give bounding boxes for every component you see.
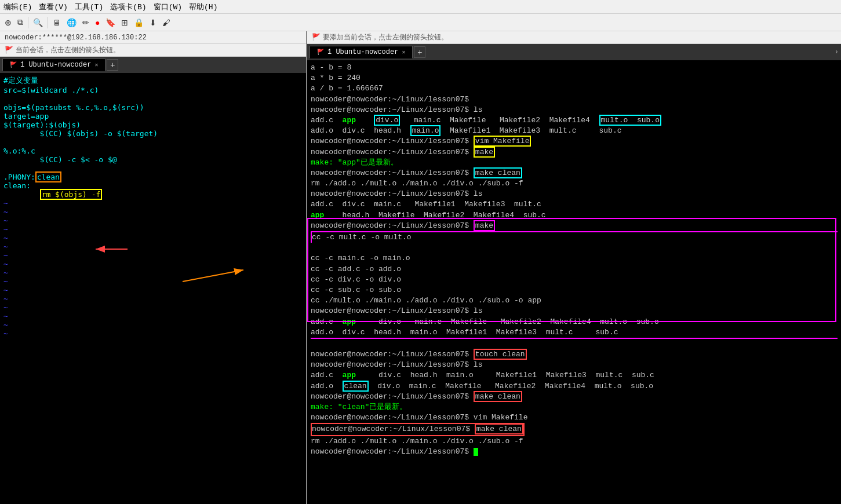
menu-view[interactable]: 查看(V) (39, 2, 67, 12)
left-terminal-content: #定义变量 src=$(wildcard ./*.c) objs=$(patsu… (3, 75, 303, 338)
toolbar-search[interactable]: 🔍 (31, 17, 45, 28)
left-tilde-8: ~ (3, 260, 8, 268)
right-flag-icon: 🚩 (312, 33, 321, 42)
rt-line-2: a * b = 240 (311, 74, 361, 82)
left-line-3: objs=$(patsubst %.c,%.o,$(src)) (3, 103, 144, 112)
rt-line-35: nowcoder@nowcoder:~/Linux/lesson07$ (311, 447, 478, 456)
rt-line-13: nowcoder@nowcoder:~/Linux/lesson07$ ls (311, 189, 482, 198)
toolbar: ⊕ ⧉ 🔍 🖥 🌐 ✏ ● 🔖 ⊞ 🔒 ⬇ 🖌 (0, 14, 841, 31)
left-tilde-1: ~ (3, 199, 8, 207)
toolbar-new[interactable]: ⊕ (2, 17, 14, 28)
toolbar-dl[interactable]: ⬇ (147, 17, 159, 28)
left-line-11: rm $(objs) -f (3, 189, 102, 200)
rt-line-9: nowcoder@nowcoder:~/Linux/lesson07$ make (311, 147, 495, 158)
rt-line-14: add.c div.c main.c Makefile1 Makefile3 m… (311, 200, 541, 209)
toolbar-lock[interactable]: 🔒 (132, 17, 146, 28)
toolbar-pencil[interactable]: ✏ (80, 17, 92, 28)
rt-line-21: cc -c sub.c -o sub.o (311, 286, 401, 294)
menu-help[interactable]: 帮助(H) (189, 2, 217, 12)
left-line-8: $(CC) -c $< -o $@ (3, 155, 117, 164)
rt-line-8: nowcoder@nowcoder:~/Linux/lesson07$ vim … (311, 136, 531, 147)
menu-edit[interactable]: 编辑(E) (3, 2, 32, 12)
rt-line-33: nowcoder@nowcoder:~/Linux/lesson07$ make… (311, 423, 525, 436)
right-notice-text: 要添加当前会话，点击左侧的箭头按钮。 (323, 32, 448, 42)
toolbar-sep2 (48, 17, 48, 28)
toolbar-bookmark[interactable]: 🔖 (103, 17, 118, 28)
left-tilde-3: ~ (3, 216, 8, 225)
rt-line-5: nowcoder@nowcoder:~/Linux/lesson07$ ls (311, 105, 482, 114)
left-tab-add[interactable]: + (107, 59, 118, 71)
left-tilde-10: ~ (3, 277, 8, 286)
connection-info: nowcoder:******@192.168.186.130:22 (5, 34, 147, 42)
left-line-10: clean: (3, 181, 31, 190)
rt-line-1: a - b = 8 (311, 63, 351, 72)
rt-line-27: nowcoder@nowcoder:~/Linux/lesson07$ ls (311, 360, 482, 369)
right-terminal[interactable]: a - b = 8 a * b = 240 a / b = 1.666667 n… (307, 60, 841, 504)
toolbar-grid[interactable]: ⊞ (119, 17, 130, 28)
left-tilde-15: ~ (3, 320, 8, 329)
rt-line-6: add.c app div.o main.c Makefile Makefile… (311, 115, 661, 126)
rt-line-24: add.c app div.o main.c Makefile Makefile… (311, 317, 659, 326)
left-line-7: %.o:%.c (3, 147, 35, 155)
right-terminal-content: a - b = 8 a * b = 240 a / b = 1.666667 n… (311, 63, 838, 457)
left-tilde-11: ~ (3, 286, 8, 294)
rt-line-30: nowcoder@nowcoder:~/Linux/lesson07$ make… (311, 391, 522, 402)
left-terminal[interactable]: #定义变量 src=$(wildcard ./*.c) objs=$(patsu… (0, 73, 306, 504)
left-tab-label: 1 Ubuntu-nowcoder (20, 61, 91, 69)
toolbar-monitor[interactable]: 🖥 (50, 17, 63, 28)
right-pane: 🚩 要添加当前会话，点击左侧的箭头按钮。 🚩 1 Ubuntu-nowcoder… (307, 31, 841, 504)
right-tab-label: 1 Ubuntu-nowcoder (327, 48, 398, 56)
right-tab-add[interactable]: + (414, 46, 425, 58)
rt-line-26: nowcoder@nowcoder:~/Linux/lesson07$ touc… (311, 349, 527, 360)
left-tilde-7: ~ (3, 251, 8, 260)
rt-line-3: a / b = 1.666667 (311, 84, 383, 93)
menu-tools[interactable]: 工具(T) (75, 2, 103, 12)
menu-bar: 编辑(E) 查看(V) 工具(T) 选项卡(B) 窗口(W) 帮助(H) (0, 0, 841, 14)
left-tab-bar: 🚩 1 Ubuntu-nowcoder ✕ + (0, 57, 306, 73)
left-line-4: target=app (3, 112, 49, 120)
rt-line-18: cc -c main.c -o main.o (311, 254, 410, 262)
left-line-1: #定义变量 (3, 76, 38, 85)
left-tilde-12: ~ (3, 294, 8, 303)
menu-tabs[interactable]: 选项卡(B) (110, 2, 146, 12)
right-noticebar: 🚩 要添加当前会话，点击左侧的箭头按钮。 (307, 31, 841, 44)
rt-line-31: make: "clean"已是最新。 (311, 403, 407, 411)
toolbar-red[interactable]: ● (93, 17, 102, 28)
menu-window[interactable]: 窗口(W) (154, 2, 182, 12)
flag-icon: 🚩 (5, 46, 13, 54)
split-container: nowcoder:******@192.168.186.130:22 🚩 当前会… (0, 31, 841, 504)
right-tab-nav[interactable]: › (835, 48, 839, 56)
left-tilde-16: ~ (3, 329, 8, 338)
right-tab-close[interactable]: ✕ (402, 49, 405, 56)
rt-line-10: make: "app"已是最新。 (311, 158, 398, 167)
rt-line-4: nowcoder@nowcoder:~/Linux/lesson07$ (311, 95, 469, 104)
left-tab-ubuntu[interactable]: 🚩 1 Ubuntu-nowcoder ✕ (2, 59, 105, 71)
rt-line-28: add.c app div.c head.h main.o Makefile1 … (311, 371, 654, 379)
rt-line-11: nowcoder@nowcoder:~/Linux/lesson07$ make… (311, 167, 522, 178)
rt-line-29: add.o clean div.o main.c Makefile Makefi… (311, 381, 653, 392)
rt-line-20: cc -c div.c -o div.o (311, 275, 401, 284)
left-tilde-9: ~ (3, 268, 8, 277)
toolbar-globe[interactable]: 🌐 (64, 17, 79, 28)
left-line-5: $(target):$(objs) (3, 120, 81, 129)
rt-line-15: app head.h Makefile Makefile2 Makefile4 … (311, 211, 546, 220)
tab-icon-left: 🚩 (10, 61, 17, 68)
left-tilde-13: ~ (3, 303, 8, 312)
left-tilde-2: ~ (3, 207, 8, 216)
toolbar-copy[interactable]: ⧉ (15, 16, 26, 28)
left-noticebar: 🚩 当前会话，点击左侧的箭头按钮。 (0, 44, 306, 57)
right-tab-ubuntu[interactable]: 🚩 1 Ubuntu-nowcoder ✕ (310, 46, 413, 59)
left-line-2: src=$(wildcard ./*.c) (3, 86, 99, 94)
left-notice-text: 当前会话，点击左侧的箭头按钮。 (16, 45, 120, 55)
rt-line-16: nowcoder@nowcoder:~/Linux/lesson07$ make (311, 220, 495, 231)
left-tab-close[interactable]: ✕ (94, 61, 98, 68)
rt-line-7: add.o div.c head.h main.o Makefile1 Make… (311, 125, 622, 136)
rt-line-34: rm ./add.o ./mult.o ./main.o ./div.o ./s… (311, 437, 523, 445)
rt-line-17: cc -c mult.c -o mult.o (311, 231, 838, 243)
left-tilde-6: ~ (3, 242, 8, 251)
rt-line-12: rm ./add.o ./mult.o ./main.o ./div.o ./s… (311, 179, 523, 188)
rt-line-32: nowcoder@nowcoder:~/Linux/lesson07$ vim … (311, 413, 527, 422)
left-pane: nowcoder:******@192.168.186.130:22 🚩 当前会… (0, 31, 307, 504)
toolbar-brush[interactable]: 🖌 (160, 17, 173, 28)
rt-line-23: nowcoder@nowcoder:~/Linux/lesson07$ ls (311, 306, 482, 315)
